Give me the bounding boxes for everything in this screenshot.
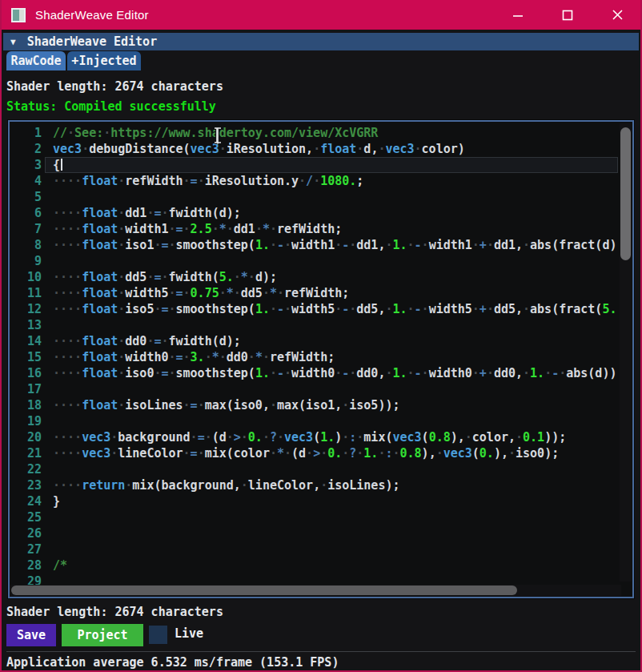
code-line-text: ····return·mix(background,·lineColor,·is… <box>45 477 618 493</box>
code-line-16[interactable]: 16····float·iso0·=·smoothstep(1.·-·width… <box>10 365 618 381</box>
line-number: 18 <box>10 397 45 413</box>
line-number: 3 <box>10 157 45 173</box>
collapsing-header-label: ShaderWeave Editor <box>27 34 158 49</box>
code-line-19[interactable]: 19 <box>10 413 618 429</box>
code-line-21[interactable]: 21····vec3·lineColor·=·mix(color·*·(d·>·… <box>10 445 618 461</box>
titlebar: ShaderWeave Editor <box>0 0 642 30</box>
save-button[interactable]: Save <box>6 624 56 646</box>
line-number: 22 <box>10 461 45 477</box>
line-number: 8 <box>10 237 45 253</box>
line-number: 16 <box>10 365 45 381</box>
line-number: 5 <box>10 189 45 205</box>
line-number: 17 <box>10 381 45 397</box>
code-line-5[interactable]: 5 <box>10 189 618 205</box>
code-line-text: ····float·dd5·=·fwidth(5.·*·d); <box>45 269 618 285</box>
code-line-7[interactable]: 7····float·width1·=·2.5·*·dd1·*·refWidth… <box>10 221 618 237</box>
code-line-25[interactable]: 25 <box>10 509 618 525</box>
maximize-button[interactable] <box>543 0 592 30</box>
window-title: ShaderWeave Editor <box>35 8 149 22</box>
line-number: 14 <box>10 333 45 349</box>
text-caret <box>61 159 62 171</box>
tab-rawcode[interactable]: RawCode <box>6 51 66 70</box>
code-line-4[interactable]: 4····float·refWidth·=·iResolution.y·/·10… <box>10 173 618 189</box>
shader-length-text: Shader length: 2674 characters <box>6 79 223 94</box>
horizontal-scrollbar[interactable] <box>10 585 621 596</box>
line-number: 21 <box>10 445 45 461</box>
code-line-text: ····float·dd0·=·fwidth(d); <box>45 333 618 349</box>
code-line-2[interactable]: 2vec3·debugDistance(vec3·iResolution,·fl… <box>10 141 618 157</box>
code-area[interactable]: 1//·See:·https://www.shadertoy.com/view/… <box>10 125 618 590</box>
line-number: 1 <box>10 125 45 141</box>
code-line-8[interactable]: 8····float·iso1·=·smoothstep(1.·-·width1… <box>10 237 618 253</box>
code-line-text: ····float·iso5·=·smoothstep(1.·-·width5·… <box>45 301 618 317</box>
shader-length-footer-text: Shader length: 2674 characters <box>6 605 223 619</box>
line-number: 25 <box>10 509 45 525</box>
code-line-20[interactable]: 20····vec3·background·=·(d·>·0.·?·vec3(1… <box>10 429 618 445</box>
line-number: 10 <box>10 269 45 285</box>
project-button[interactable]: Project <box>62 624 143 646</box>
code-line-text <box>45 317 618 333</box>
tab-bar: RawCode +Injected <box>6 51 141 70</box>
code-line-26[interactable]: 26 <box>10 525 618 541</box>
code-line-text: ····float·dd1·=·fwidth(d); <box>45 205 618 221</box>
code-line-text: ····float·width5·=·0.75·*·dd5·*·refWidth… <box>45 285 618 301</box>
code-line-text <box>45 413 618 429</box>
live-checkbox[interactable] <box>149 626 167 644</box>
code-line-13[interactable]: 13 <box>10 317 618 333</box>
minimize-button[interactable] <box>493 0 543 30</box>
code-line-6[interactable]: 6····float·dd1·=·fwidth(d); <box>10 205 618 221</box>
fps-status-text: Application average 6.532 ms/frame (153.… <box>6 655 339 670</box>
close-button[interactable] <box>592 0 642 30</box>
code-line-3[interactable]: 3{ <box>10 157 618 173</box>
code-line-text <box>45 189 618 205</box>
code-editor[interactable]: 1//·See:·https://www.shadertoy.com/view/… <box>8 120 634 598</box>
collapse-arrow-icon: ▼ <box>10 37 16 47</box>
line-number: 6 <box>10 205 45 221</box>
code-line-text <box>45 541 618 557</box>
close-icon <box>612 9 624 21</box>
window-controls <box>493 0 642 30</box>
code-line-23[interactable]: 23····return·mix(background,·lineColor,·… <box>10 477 618 493</box>
line-number: 2 <box>10 141 45 157</box>
code-line-12[interactable]: 12····float·iso5·=·smoothstep(1.·-·width… <box>10 301 618 317</box>
code-line-15[interactable]: 15····float·width0·=·3.·*·dd0·*·refWidth… <box>10 349 618 365</box>
code-line-24[interactable]: 24} <box>10 493 618 509</box>
line-number: 24 <box>10 493 45 509</box>
horizontal-scrollbar-thumb[interactable] <box>11 585 517 595</box>
code-line-17[interactable]: 17 <box>10 381 618 397</box>
code-line-14[interactable]: 14····float·dd0·=·fwidth(d); <box>10 333 618 349</box>
code-line-9[interactable]: 9 <box>10 253 618 269</box>
code-line-text <box>45 509 618 525</box>
line-number: 13 <box>10 317 45 333</box>
code-line-text <box>45 381 618 397</box>
minimize-icon <box>512 10 524 21</box>
code-line-text: ····float·width1·=·2.5·*·dd1·*·refWidth; <box>45 221 618 237</box>
live-checkbox-label: Live <box>175 626 203 641</box>
line-number: 28 <box>10 557 45 573</box>
code-line-text: ····float·iso0·=·smoothstep(1.·-·width0·… <box>45 365 618 381</box>
app-window: ShaderWeave Editor ▼ ShaderWeave Editor … <box>0 0 642 672</box>
maximize-icon <box>562 10 573 21</box>
app-icon <box>11 8 26 22</box>
code-line-text: } <box>45 493 618 509</box>
code-line-18[interactable]: 18····float·isoLines·=·max(iso0,·max(iso… <box>10 397 618 413</box>
line-number: 11 <box>10 285 45 301</box>
code-line-22[interactable]: 22 <box>10 461 618 477</box>
code-line-text: ····vec3·lineColor·=·mix(color·*·(d·>·0.… <box>45 445 618 461</box>
code-line-28[interactable]: 28/* <box>10 557 618 573</box>
line-number: 9 <box>10 253 45 269</box>
line-number: 4 <box>10 173 45 189</box>
line-number: 7 <box>10 221 45 237</box>
code-line-text: ····float·iso1·=·smoothstep(1.·-·width1·… <box>45 237 618 253</box>
code-line-text: //·See:·https://www.shadertoy.com/view/X… <box>45 125 618 141</box>
code-line-11[interactable]: 11····float·width5·=·0.75·*·dd5·*·refWid… <box>10 285 618 301</box>
code-line-1[interactable]: 1//·See:·https://www.shadertoy.com/view/… <box>10 125 618 141</box>
vertical-scrollbar-thumb[interactable] <box>620 127 631 260</box>
tab-injected[interactable]: +Injected <box>67 51 141 70</box>
code-line-27[interactable]: 27 <box>10 541 618 557</box>
code-line-text: vec3·debugDistance(vec3·iResolution,·flo… <box>45 141 618 157</box>
vertical-scrollbar[interactable] <box>620 123 632 581</box>
collapsing-header[interactable]: ▼ ShaderWeave Editor <box>3 33 639 50</box>
code-line-10[interactable]: 10····float·dd5·=·fwidth(5.·*·d); <box>10 269 618 285</box>
code-line-text: /* <box>45 557 618 573</box>
